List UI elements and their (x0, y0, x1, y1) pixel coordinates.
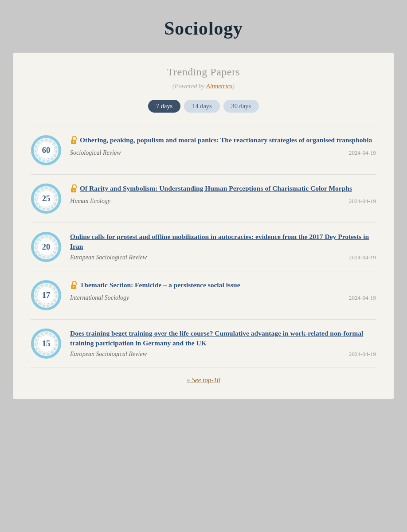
svg-point-9 (73, 190, 74, 191)
paper-item: 20 Online calls for protest and offline … (31, 223, 376, 271)
paper-journal: International Sociology (70, 294, 129, 301)
svg-point-4 (73, 141, 74, 143)
paper-journal: European Sociological Review (70, 254, 147, 261)
paper-meta: Human Ecology2024-04-19 (70, 196, 376, 205)
open-access-svg-icon (70, 281, 77, 289)
score-number: 17 (38, 287, 55, 304)
paper-content: Othering, peaking, populism and moral pa… (70, 135, 376, 156)
paper-content: Online calls for protest and offline mob… (70, 232, 376, 261)
page-title: Sociology (164, 18, 243, 39)
paper-date: 2024-04-19 (344, 351, 376, 358)
paper-date: 2024-04-19 (344, 198, 376, 205)
score-number: 15 (38, 335, 55, 352)
paper-title[interactable]: Does training beget training over the li… (70, 329, 376, 348)
score-badge: 25 (31, 184, 61, 214)
score-number: 25 (38, 190, 55, 207)
paper-title-row: Othering, peaking, populism and moral pa… (70, 135, 376, 146)
paper-item: 60 Othering, peaking, populism and moral… (31, 126, 376, 174)
paper-meta: European Sociological Review2024-04-19 (70, 349, 376, 358)
paper-meta: Sociological Review2024-04-19 (70, 148, 376, 156)
paper-meta: International Sociology2024-04-19 (70, 293, 376, 301)
svg-point-17 (73, 286, 74, 288)
powered-by-prefix: (Powered by (172, 82, 206, 90)
paper-title[interactable]: Of Rarity and Symbolism: Understanding H… (80, 184, 352, 193)
altmetrics-link[interactable]: Altmetrics (206, 82, 232, 90)
open-access-svg-icon (70, 136, 77, 144)
trending-card: Trending Papers (Powered by Altmetrics) … (13, 52, 394, 399)
score-badge: 15 (31, 329, 61, 359)
see-top-link[interactable]: » See top-10 (31, 368, 376, 386)
tab-7days[interactable]: 7 days (148, 100, 180, 113)
open-access-icon (70, 184, 77, 195)
trending-title: Trending Papers (31, 66, 376, 78)
papers-list: 60 Othering, peaking, populism and moral… (31, 126, 376, 368)
score-badge: 17 (31, 280, 61, 310)
paper-item: 25 Of Rarity and Symbolism: Understandin… (31, 174, 376, 223)
paper-title-row: Does training beget training over the li… (70, 329, 376, 348)
paper-content: Of Rarity and Symbolism: Understanding H… (70, 184, 376, 205)
score-badge: 20 (31, 232, 61, 262)
paper-title-row: Thematic Section: Femicide – a persisten… (70, 280, 376, 291)
score-number: 20 (38, 239, 55, 255)
paper-date: 2024-04-19 (344, 254, 376, 261)
powered-by: (Powered by Altmetrics) (31, 82, 376, 90)
paper-journal: Human Ecology (70, 197, 110, 205)
paper-item: 15 Does training beget training over the… (31, 319, 376, 368)
paper-journal: European Sociological Review (70, 350, 147, 358)
powered-by-suffix: ) (232, 82, 235, 90)
score-badge: 60 (31, 135, 61, 165)
paper-content: Does training beget training over the li… (70, 329, 376, 358)
paper-title[interactable]: Thematic Section: Femicide – a persisten… (80, 280, 240, 290)
paper-date: 2024-04-19 (344, 294, 376, 301)
paper-title-row: Of Rarity and Symbolism: Understanding H… (70, 184, 376, 195)
tab-30days[interactable]: 30 days (223, 100, 259, 113)
open-access-icon (70, 281, 77, 291)
paper-title[interactable]: Online calls for protest and offline mob… (70, 232, 376, 251)
tab-14days[interactable]: 14 days (184, 100, 219, 113)
paper-title[interactable]: Othering, peaking, populism and moral pa… (80, 135, 372, 145)
paper-content: Thematic Section: Femicide – a persisten… (70, 280, 376, 301)
paper-meta: European Sociological Review2024-04-19 (70, 253, 376, 261)
open-access-icon (70, 136, 77, 146)
tabs-bar: 7 days 14 days 30 days (31, 100, 376, 113)
paper-item: 17 Thematic Section: Femicide – a persis… (31, 271, 376, 319)
paper-title-row: Online calls for protest and offline mob… (70, 232, 376, 251)
paper-date: 2024-04-19 (344, 149, 376, 156)
score-number: 60 (38, 142, 55, 159)
open-access-svg-icon (70, 184, 77, 192)
paper-journal: Sociological Review (70, 149, 121, 156)
